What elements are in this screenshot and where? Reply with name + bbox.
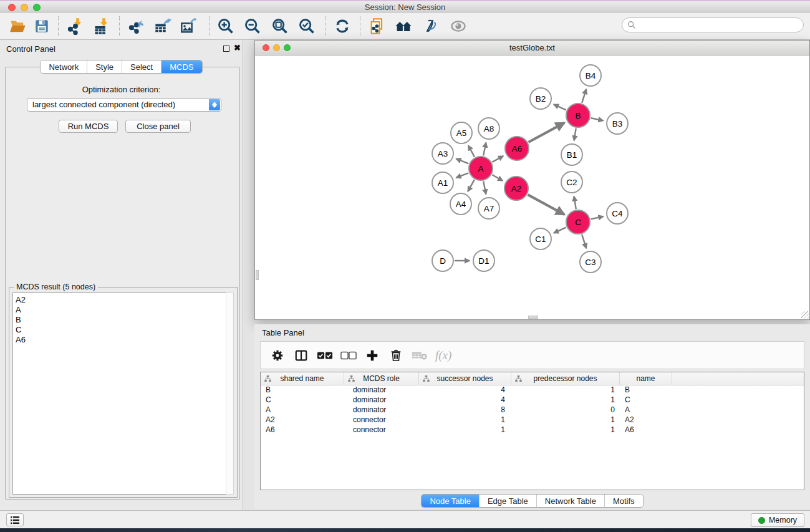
network-node-C4[interactable]: C4 [607,203,628,224]
close-panel-button[interactable]: Close panel [125,120,191,133]
network-node-A7[interactable]: A7 [478,198,499,219]
export-network-button[interactable] [125,16,148,37]
network-node-B3[interactable]: B3 [607,113,628,134]
column-header-name[interactable]: name [620,372,672,385]
eye-button[interactable] [447,16,470,37]
network-edge-C-C4[interactable] [591,216,603,219]
node-table[interactable]: shared nameMCDS rolesuccessor nodesprede… [260,372,804,490]
table-row[interactable]: Adominator80A [261,405,804,415]
network-node-B2[interactable]: B2 [530,88,551,109]
network-edge-A-A1[interactable] [456,173,469,177]
hide-graphics-details-button[interactable] [419,16,441,37]
criterion-dropdown[interactable]: largest connected component (directed) [27,98,221,112]
float-panel-icon[interactable] [223,46,229,52]
zoom-selected-button[interactable] [296,16,318,37]
zoom-fit-button[interactable] [269,16,291,37]
network-node-A6[interactable]: A6 [505,137,529,160]
function-builder-button[interactable]: f(x) [435,349,451,362]
export-table-button[interactable] [152,16,174,37]
network-edge-C-C2[interactable] [574,196,576,210]
network-edge-C-C3[interactable] [582,235,586,248]
import-network-button[interactable] [64,16,87,37]
column-selector-button[interactable] [289,344,313,367]
tab-select[interactable]: Select [122,60,162,73]
search-field[interactable] [622,17,804,32]
network-edge-A-A2[interactable] [492,175,503,180]
network-window-titlebar[interactable]: testGlobe.txt [255,41,809,56]
refresh-button[interactable] [331,16,354,37]
network-graph[interactable]: B4B2BB3A8A5A6A3B1AA1C2A2A4A7C4CC1C3DD1 [255,56,809,319]
tab-style[interactable]: Style [87,60,122,73]
tab-network[interactable]: Network [41,60,87,73]
zoom-out-button[interactable] [241,16,264,37]
network-edge-A-A7[interactable] [483,181,486,195]
network-edge-C-C1[interactable] [554,228,566,233]
new-network-from-selection-button[interactable] [366,16,388,37]
network-edge-A-A5[interactable] [468,145,475,157]
select-all-button[interactable] [313,344,337,367]
mcds-result-item[interactable]: A [16,305,226,315]
tab-mcds[interactable]: MCDS [162,60,201,73]
network-edge-B-B4[interactable] [582,89,586,103]
network-node-A5[interactable]: A5 [451,122,472,143]
network-canvas[interactable]: B4B2BB3A8A5A6A3B1AA1C2A2A4A7C4CC1C3DD1 [255,56,809,319]
network-edge-A-A3[interactable] [456,158,468,163]
add-row-button[interactable] [360,344,384,367]
column-header-successor-nodes[interactable]: successor nodes [419,372,511,385]
table-row[interactable]: A6connector11A6 [261,425,804,435]
network-node-B1[interactable]: B1 [561,144,582,165]
search-input[interactable] [636,21,803,30]
network-node-C2[interactable]: C2 [561,172,582,193]
network-node-A8[interactable]: A8 [478,118,499,139]
table-row[interactable]: Cdominator41C [261,395,804,405]
network-edge-A6-B[interactable] [528,123,564,142]
column-header-shared-name[interactable]: shared name [261,372,344,385]
mcds-result-item[interactable]: A6 [16,335,226,345]
tab-motifs[interactable]: Motifs [605,495,643,507]
mcds-result-item[interactable]: C [16,325,226,335]
deselect-all-button[interactable] [337,344,360,367]
canvas-vertical-scroll-thumb[interactable] [256,270,259,280]
export-image-button[interactable] [178,16,200,37]
mcds-result-list[interactable]: A2ABCA6 [12,293,227,495]
network-edge-B-B2[interactable] [554,104,566,110]
column-header-MCDS-role[interactable]: MCDS role [344,372,419,385]
network-edge-A-A4[interactable] [468,180,474,191]
network-node-C[interactable]: C [566,210,590,234]
save-session-button[interactable] [31,16,53,37]
run-mcds-button[interactable]: Run MCDS [59,120,118,133]
close-panel-icon[interactable]: ✖ [234,42,241,54]
delete-table-button[interactable] [408,344,432,367]
network-edge-A-A6[interactable] [492,156,503,162]
mcds-result-item[interactable]: B [16,315,226,325]
zoom-in-button[interactable] [215,16,237,37]
column-header-predecessor-nodes[interactable]: predecessor nodes [511,372,620,385]
mcds-result-item[interactable]: A2 [16,295,226,305]
network-node-C3[interactable]: C3 [580,251,601,273]
delete-row-button[interactable] [384,344,408,367]
network-node-A4[interactable]: A4 [450,193,471,215]
canvas-horizontal-scroll-thumb[interactable] [528,316,538,319]
network-node-A3[interactable]: A3 [432,143,453,164]
import-table-button[interactable] [90,16,113,37]
network-edge-A2-C[interactable] [528,195,564,215]
network-edge-B-B1[interactable] [574,128,576,141]
network-edge-A-A8[interactable] [483,143,486,156]
table-settings-button[interactable] [266,344,289,367]
network-node-B4[interactable]: B4 [580,65,601,86]
network-node-C1[interactable]: C1 [530,228,551,249]
open-file-button[interactable] [7,16,29,37]
network-node-D[interactable]: D [432,250,453,271]
memory-button[interactable]: Memory [751,513,804,527]
network-node-B[interactable]: B [566,104,590,127]
table-row[interactable]: A2connector11A2 [261,415,804,425]
task-history-button[interactable] [6,513,24,526]
network-edge-B-B3[interactable] [591,118,604,120]
network-node-D1[interactable]: D1 [473,250,494,271]
tab-node-table[interactable]: Node Table [422,495,480,507]
mcds-list-scrollbar[interactable] [226,293,234,495]
tab-edge-table[interactable]: Edge Table [480,495,537,507]
home-button[interactable] [392,16,415,37]
network-node-A[interactable]: A [469,157,493,180]
network-node-A1[interactable]: A1 [432,172,453,193]
